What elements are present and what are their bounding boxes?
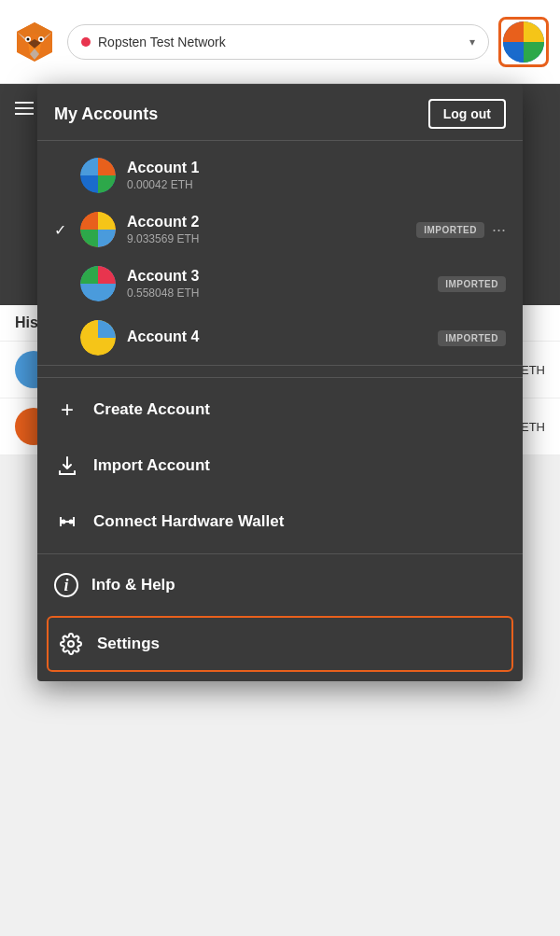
account-options-2[interactable]: ··· [492,220,506,240]
account-avatar-button[interactable] [498,17,549,67]
overlay-title: My Accounts [54,105,158,124]
import-account-icon [54,453,80,479]
account-avatar-icon [501,20,546,64]
account-name-3: Account 3 [127,268,430,285]
metamask-fox-logo [11,19,58,65]
create-account-item[interactable]: + Create Account [37,382,523,438]
account-avatar-2 [80,212,116,247]
hamburger-menu[interactable] [15,102,34,115]
top-bar: Ropsten Test Network ▾ [0,0,560,84]
account-item-2[interactable]: ✓ Account 2 9.033569 ETH IMPORTED ··· [37,203,523,257]
account-name-2: Account 2 [127,214,409,231]
svg-point-11 [27,37,30,40]
account-item-1[interactable]: Account 1 0.00042 ETH [37,148,523,203]
active-check-2: ✓ [54,221,73,239]
account-info-3: Account 3 0.558048 ETH [127,268,430,300]
imported-badge-3: IMPORTED [438,276,506,292]
import-account-item[interactable]: Import Account [37,438,523,494]
connect-hardware-wallet-label: Connect Hardware Wallet [93,512,284,531]
network-selector[interactable]: Ropsten Test Network ▾ [67,24,489,60]
settings-item[interactable]: Settings [47,616,513,672]
account-balance-3: 0.558048 ETH [127,286,430,300]
accounts-overlay: My Accounts Log out Account 1 0.00042 ET… [37,84,523,681]
imported-badge-4: IMPORTED [438,330,506,346]
account-balance-2: 9.033569 ETH [127,232,409,245]
account-item-4[interactable]: Account 4 IMPORTED [37,311,523,366]
hardware-wallet-icon [54,509,80,535]
account-avatar-1 [80,158,116,193]
account-avatar-3 [80,266,116,301]
overlay-header: My Accounts Log out [37,84,523,141]
account-balance-1: 0.00042 ETH [127,178,506,191]
chevron-down-icon: ▾ [469,35,475,49]
account-name-4: Account 4 [127,328,430,345]
info-help-item[interactable]: i Info & Help [37,558,523,612]
account-info-2: Account 2 9.033569 ETH [127,214,409,245]
settings-gear-icon [58,631,84,657]
svg-point-12 [40,37,43,40]
account-bar-left [15,102,34,115]
import-account-label: Import Account [93,456,210,475]
info-help-label: Info & Help [91,576,175,594]
create-account-icon: + [54,397,80,423]
divider-2 [37,553,523,554]
network-status-dot [81,37,91,47]
connect-hardware-wallet-item[interactable]: Connect Hardware Wallet [37,494,523,550]
account-name-1: Account 1 [127,160,506,176]
svg-point-18 [63,521,65,524]
network-name: Ropsten Test Network [98,35,462,49]
account-list: Account 1 0.00042 ETH ✓ Account 2 9.0335… [37,141,523,373]
account-info-1: Account 1 0.00042 ETH [127,160,506,191]
account-info-4: Account 4 [127,328,430,347]
account-item-3[interactable]: Account 3 0.558048 ETH IMPORTED [37,257,523,311]
svg-point-20 [68,641,74,647]
imported-badge-2: IMPORTED [416,222,484,238]
settings-label: Settings [97,635,160,653]
create-account-label: Create Account [93,400,210,419]
logout-button[interactable]: Log out [428,99,506,129]
account-avatar-4 [80,320,116,356]
info-help-icon: i [54,573,78,597]
divider-1 [37,377,523,378]
svg-point-19 [70,521,73,524]
